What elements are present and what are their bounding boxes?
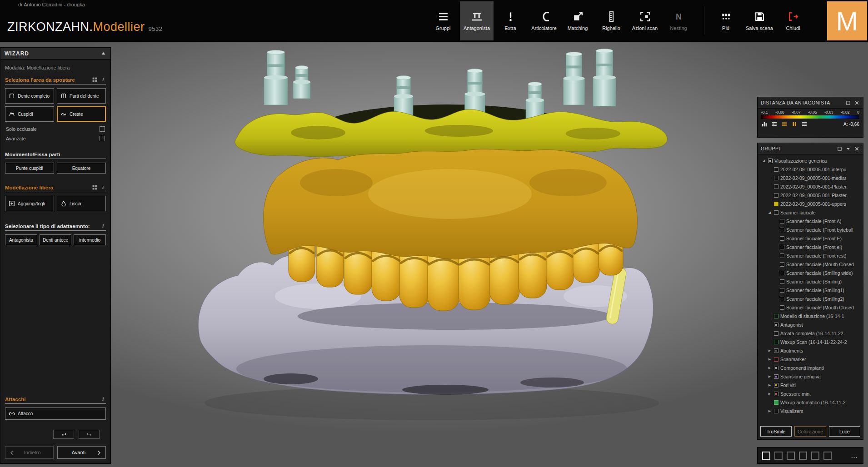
collapse-panel-icon[interactable]: [100, 50, 106, 56]
tree-item-abutments[interactable]: ▶Abutments: [758, 346, 862, 355]
tree-item-scanner-facciale-front-byteball[interactable]: Scanner facciale (Front byteball: [758, 225, 862, 234]
tree-checkbox[interactable]: [780, 297, 784, 301]
more-views-button[interactable]: …: [851, 452, 858, 459]
tree-checkbox[interactable]: [774, 392, 778, 396]
solo-occlusale-checkbox[interactable]: [100, 126, 105, 132]
tree-checkbox[interactable]: [774, 374, 778, 379]
movement-button-punte-cuspidi[interactable]: Punte cuspidi: [5, 163, 54, 174]
toolbar-item-gruppi[interactable]: Gruppi: [426, 1, 460, 40]
tree-item-waxup-scan-16-14-11-22-24-2[interactable]: Waxup Scan (16-14-11-22-24-2: [758, 338, 862, 346]
tree-item-componenti-impianti[interactable]: ▶Componenti impianti: [758, 363, 862, 372]
tree-item-antagonist[interactable]: Antagonist: [758, 320, 862, 329]
tree-item-scanner-facciale-mouth-closed[interactable]: Scanner facciale (Mouth Closed: [758, 260, 862, 268]
tree-expanded-arrow-icon[interactable]: ◢: [767, 211, 772, 214]
tree-checkbox[interactable]: [774, 383, 778, 388]
tree-checkbox[interactable]: [774, 357, 778, 362]
tree-checkbox[interactable]: [780, 271, 784, 275]
close-icon[interactable]: [854, 100, 860, 106]
view-preset-3[interactable]: [787, 452, 795, 460]
tree-item-2022-02-09-00005-001-interpu[interactable]: 2022-02-09_00005-001-interpu: [758, 165, 862, 174]
info-icon[interactable]: i: [100, 396, 106, 402]
tree-checkbox[interactable]: [780, 262, 784, 267]
tree-checkbox[interactable]: [774, 210, 778, 215]
avanzate-checkbox[interactable]: [100, 136, 105, 141]
distance-panel-header[interactable]: DISTANZA DA ANTAGONISTA: [758, 97, 863, 109]
view-preset-4[interactable]: [799, 452, 807, 460]
fit-type-button-intermedio[interactable]: intermedio: [74, 234, 106, 245]
tree-checkbox[interactable]: [780, 288, 784, 293]
tree-checkbox[interactable]: [780, 279, 784, 284]
maximize-icon[interactable]: [845, 100, 851, 106]
toolbar-item-antagonista[interactable]: Antagonista: [460, 1, 494, 40]
tree-checkbox[interactable]: [780, 228, 784, 232]
levels-icon[interactable]: [771, 121, 778, 127]
tree-checkbox[interactable]: [774, 409, 778, 413]
view-preset-5[interactable]: [811, 452, 819, 460]
fit-type-button-denti-antece[interactable]: Denti antece: [40, 234, 72, 245]
free-modeling-button-aggiungi-togli[interactable]: Aggiungi/togli: [5, 196, 54, 211]
movement-button-equatore[interactable]: Equatore: [57, 163, 106, 174]
tree-item-scanner-facciale-smiling[interactable]: Scanner facciale (Smiling): [758, 277, 862, 286]
tree-checkbox[interactable]: [774, 348, 778, 353]
tree-collapsed-arrow-icon[interactable]: ▶: [767, 392, 772, 395]
tree-item-scanner-facciale-smiling2[interactable]: Scanner facciale (Smiling2): [758, 294, 862, 303]
tree-checkbox[interactable]: [780, 219, 784, 224]
attachment-button-attacco[interactable]: Attacco: [5, 407, 106, 420]
maximize-icon[interactable]: [837, 146, 843, 152]
tree-item-arcata-completa-16-14-11-22[interactable]: Arcata completa (16-14-11-22-: [758, 329, 862, 338]
trusmile-button[interactable]: TruSmile: [760, 426, 792, 437]
info-icon[interactable]: i: [100, 184, 106, 190]
tree-checkbox[interactable]: [774, 340, 778, 344]
area-button-creste[interactable]: Creste: [57, 106, 106, 122]
tree-item-scanner-facciale-smiling1[interactable]: Scanner facciale (Smiling1): [758, 286, 862, 294]
tree-item-2022-02-09-00005-001-plaster[interactable]: 2022-02-09_00005-001-Plaster.: [758, 182, 862, 191]
tree-item-spessore-min[interactable]: ▶Spessore min.: [758, 389, 862, 398]
tree-item-visualizers[interactable]: ▶Visualizers: [758, 407, 862, 415]
tree-item-scanner-facciale-front-rest[interactable]: Scanner facciale (Front rest): [758, 251, 862, 260]
tree-collapsed-arrow-icon[interactable]: ▶: [767, 375, 772, 378]
pin-grid-icon[interactable]: [92, 77, 98, 83]
info-icon[interactable]: i: [100, 223, 106, 229]
tree-checkbox[interactable]: [780, 236, 784, 241]
tree-item-2022-02-09-00005-001-uppers[interactable]: 2022-02-09_00005-001-uppers: [758, 199, 862, 208]
rows-icon[interactable]: [801, 121, 808, 127]
view-preset-6[interactable]: [823, 452, 832, 460]
tree-item-2022-02-09-00005-001-mediar[interactable]: 2022-02-09_00005-001-mediar: [758, 174, 862, 182]
tree-collapsed-arrow-icon[interactable]: ▶: [767, 349, 772, 352]
tree-checkbox[interactable]: [774, 314, 778, 318]
close-icon[interactable]: [854, 146, 860, 152]
toolbar-item-matching[interactable]: Matching: [561, 1, 594, 40]
tree-expanded-arrow-icon[interactable]: ◢: [761, 159, 766, 163]
bars-orange-icon[interactable]: [781, 121, 788, 127]
wizard-header[interactable]: WIZARD: [0, 48, 110, 60]
tree-collapsed-arrow-icon[interactable]: ▶: [767, 409, 772, 412]
viewport-3d[interactable]: [0, 42, 868, 467]
next-button[interactable]: Avanti: [57, 446, 106, 459]
redo-button[interactable]: [79, 430, 100, 439]
tree-item-scanner-facciale-front-a[interactable]: Scanner facciale (Front A): [758, 217, 862, 225]
tree-checkbox[interactable]: [774, 167, 778, 172]
tree-checkbox[interactable]: [774, 366, 778, 370]
view-preset-1[interactable]: [762, 452, 770, 460]
tree-collapsed-arrow-icon[interactable]: ▶: [767, 358, 772, 361]
tree-checkbox[interactable]: [774, 323, 778, 327]
tree-item-modello-di-situazione-16-14-1[interactable]: Modello di situazione (16-14-1: [758, 312, 862, 320]
toolbar-item-salva-scena[interactable]: Salva scena: [743, 1, 776, 40]
pin-grid-icon[interactable]: [92, 184, 98, 190]
tree-checkbox[interactable]: [780, 245, 784, 249]
tree-checkbox[interactable]: [780, 253, 784, 258]
toolbar-item-chiudi[interactable]: Chiudi: [776, 1, 810, 40]
groups-panel-header[interactable]: GRUPPI: [758, 143, 863, 154]
equalizer-icon[interactable]: [761, 121, 768, 127]
tree-item-waxup-automatico-16-14-11-2[interactable]: Waxup automatico (16-14-11-2: [758, 398, 862, 407]
tree-item-scanmarker[interactable]: ▶Scanmarker: [758, 355, 862, 363]
tree-item-scanner-facciale-mouth-closed[interactable]: Scanner facciale (Mouth Closed: [758, 303, 862, 312]
tree-item-scanner-facciale[interactable]: ◢Scanner facciale: [758, 208, 862, 217]
tree-collapsed-arrow-icon[interactable]: ▶: [767, 366, 772, 369]
area-button-parti-del-dente[interactable]: Parti del dente: [57, 88, 106, 104]
info-icon[interactable]: i: [100, 77, 106, 83]
toolbar-item-righello[interactable]: Righello: [594, 1, 628, 40]
dropdown-icon[interactable]: [845, 146, 851, 152]
toolbar-item-extra[interactable]: Extra: [494, 1, 527, 40]
tree-checkbox[interactable]: [774, 176, 778, 180]
